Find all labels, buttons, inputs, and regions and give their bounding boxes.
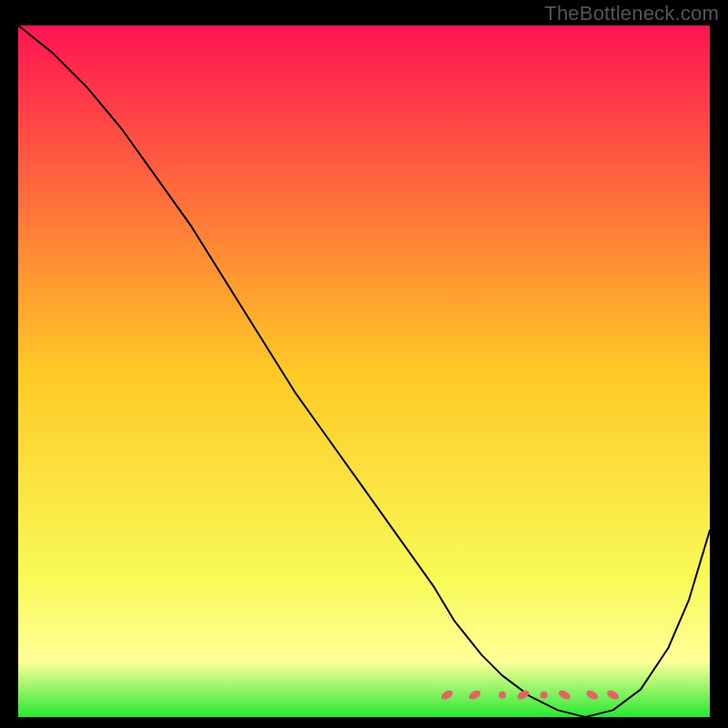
marker-dot — [499, 692, 506, 699]
chart-frame: TheBottleneck.com — [0, 0, 728, 728]
chart-svg — [18, 25, 710, 717]
watermark-text: TheBottleneck.com — [544, 2, 719, 25]
marker-dot — [541, 692, 548, 699]
plot-area — [18, 25, 710, 717]
